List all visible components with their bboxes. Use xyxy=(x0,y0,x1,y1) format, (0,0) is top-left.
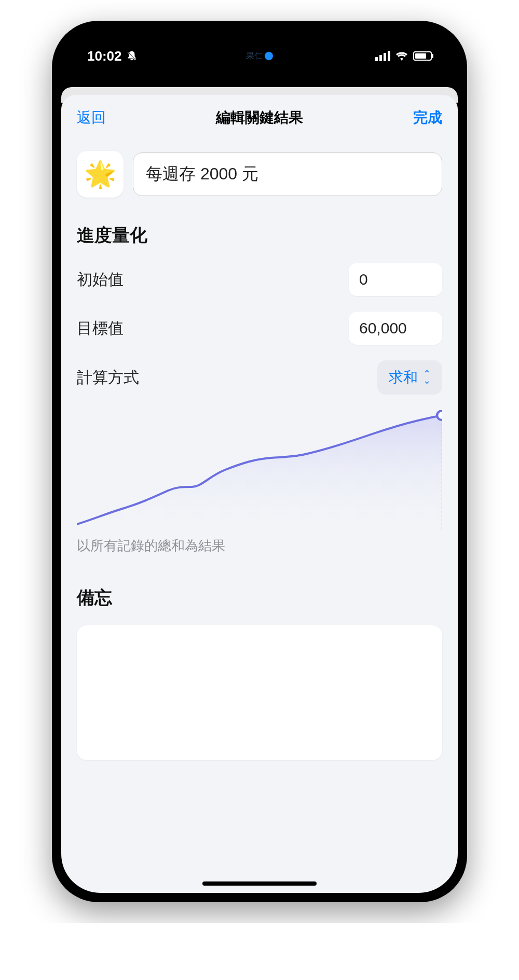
initial-value-row: 初始值 xyxy=(77,263,442,296)
status-time: 10:02 xyxy=(87,48,122,64)
content-area: 🌟 進度量化 初始值 目標值 計算方式 求和 xyxy=(61,141,458,893)
key-result-icon-picker[interactable]: 🌟 xyxy=(77,151,124,198)
chart-area-fill xyxy=(77,415,442,529)
key-result-title-input[interactable] xyxy=(133,152,442,196)
chart-endpoint-marker xyxy=(437,411,442,420)
calc-method-label: 計算方式 xyxy=(77,367,139,388)
status-right xyxy=(375,51,432,61)
battery-icon xyxy=(413,51,432,61)
back-button[interactable]: 返回 xyxy=(77,108,106,128)
dynamic-island: 果仁 xyxy=(205,43,314,69)
wifi-icon xyxy=(395,51,408,61)
calc-method-row: 計算方式 求和 ⌃⌄ xyxy=(77,360,442,395)
chevron-updown-icon: ⌃⌄ xyxy=(423,371,431,384)
island-indicator-dot xyxy=(265,52,273,60)
battery-fill xyxy=(415,53,426,59)
target-value-label: 目標值 xyxy=(77,318,124,339)
notes-textarea[interactable] xyxy=(77,625,442,760)
nav-bar: 返回 編輯關鍵結果 完成 xyxy=(61,95,458,141)
target-value-row: 目標值 xyxy=(77,312,442,345)
initial-value-input[interactable] xyxy=(349,263,442,296)
calc-method-value: 求和 xyxy=(389,368,418,387)
bell-mute-icon xyxy=(126,50,138,62)
target-value-input[interactable] xyxy=(349,312,442,345)
calc-method-dropdown[interactable]: 求和 ⌃⌄ xyxy=(377,360,442,395)
star-icon: 🌟 xyxy=(84,159,116,189)
chart-caption: 以所有記錄的總和為結果 xyxy=(77,537,442,555)
page-title: 編輯關鍵結果 xyxy=(216,108,303,128)
done-button[interactable]: 完成 xyxy=(413,108,442,128)
phone-frame: 果仁 10:02 xyxy=(52,21,467,902)
title-row: 🌟 xyxy=(77,151,442,198)
island-text: 果仁 xyxy=(246,51,263,62)
signal-icon xyxy=(375,51,390,61)
home-indicator[interactable] xyxy=(202,881,317,886)
phone-screen: 果仁 10:02 xyxy=(61,30,458,893)
initial-value-label: 初始值 xyxy=(77,269,124,290)
modal-sheet: 返回 編輯關鍵結果 完成 🌟 進度量化 初始值 目標值 xyxy=(61,95,458,893)
progress-section-title: 進度量化 xyxy=(77,223,442,247)
status-left: 10:02 xyxy=(87,48,138,64)
progress-chart xyxy=(77,410,442,529)
notes-section-title: 備忘 xyxy=(77,586,442,610)
